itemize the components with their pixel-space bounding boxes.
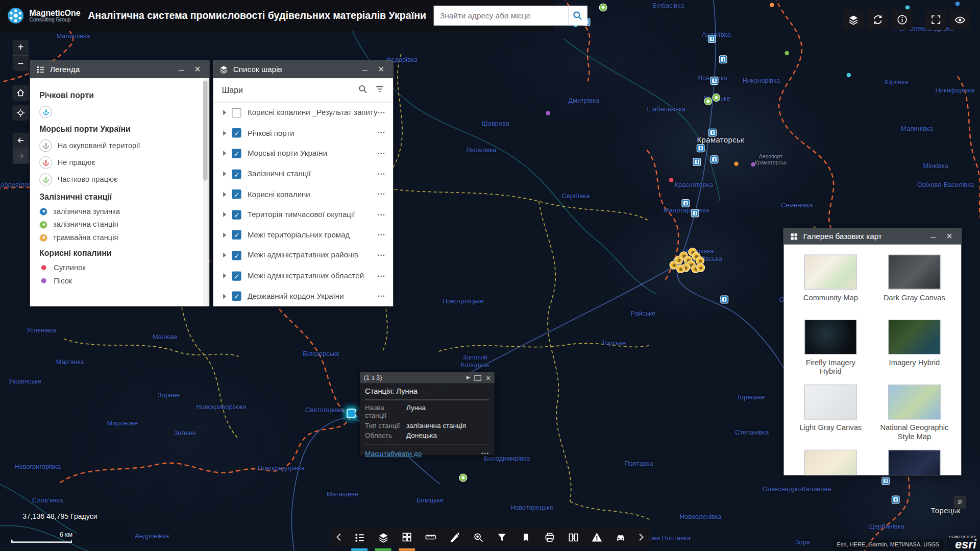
marker-rail-stop[interactable]: [708, 35, 716, 43]
zoom-out-button[interactable]: −: [12, 56, 29, 71]
popup-next-icon[interactable]: ▶: [467, 375, 471, 380]
next-extent-button[interactable]: [12, 148, 29, 164]
marker-cluster[interactable]: [696, 263, 705, 272]
layer-checkbox-3[interactable]: [232, 169, 241, 178]
layer-options-icon[interactable]: •••: [378, 232, 386, 238]
basemap-thumbnail[interactable]: [888, 254, 941, 290]
marker-dot-purple[interactable]: [751, 162, 755, 167]
layer-options-icon[interactable]: •••: [378, 110, 386, 115]
layer-checkbox-6[interactable]: [232, 230, 241, 239]
layer-checkbox-2[interactable]: [232, 149, 241, 158]
expand-caret-icon[interactable]: [223, 273, 226, 278]
layer-checkbox-1[interactable]: [232, 128, 241, 137]
marker-rail-station[interactable]: [599, 4, 607, 12]
toolbar-directions-button[interactable]: [609, 527, 633, 547]
marker-dot-orange[interactable]: [734, 162, 739, 166]
expand-caret-icon[interactable]: [223, 110, 226, 115]
marker-rail-stop[interactable]: [881, 477, 890, 485]
basemap-item[interactable]: National Geographic Style Map: [872, 385, 956, 442]
layer-checkbox-5[interactable]: [232, 210, 241, 219]
layer-options-icon[interactable]: •••: [378, 253, 386, 258]
layer-options-icon[interactable]: •••: [378, 151, 386, 156]
layer-checkbox-9[interactable]: [232, 292, 241, 301]
layer-row[interactable]: Морські порти України •••: [213, 143, 394, 164]
layer-checkbox-0[interactable]: [232, 108, 241, 117]
layer-options-icon[interactable]: •••: [378, 130, 386, 136]
layer-options-icon[interactable]: •••: [378, 191, 386, 197]
locate-button[interactable]: [12, 105, 29, 121]
visibility-button[interactable]: [949, 9, 971, 30]
layer-checkbox-4[interactable]: [232, 189, 241, 199]
layer-row[interactable]: Річкові порти •••: [213, 123, 394, 143]
marker-rail-stop[interactable]: [710, 155, 719, 163]
basemap-close-button[interactable]: ×: [944, 231, 955, 242]
legend-scrollbar-thumb[interactable]: [203, 81, 208, 181]
layer-row[interactable]: Межі територіальних громад •••: [213, 225, 394, 245]
search-input[interactable]: [434, 6, 568, 25]
expand-caret-icon[interactable]: [223, 131, 226, 136]
basemap-item[interactable]: Streets (Night): [872, 449, 956, 475]
basemap-thumbnail[interactable]: [888, 385, 941, 420]
layer-search-icon[interactable]: [358, 84, 368, 96]
layer-options-icon[interactable]: •••: [378, 293, 386, 299]
popup-close-icon[interactable]: ×: [486, 374, 491, 382]
toolbar-draw-button[interactable]: [443, 527, 467, 547]
toolbar-report-button[interactable]: [585, 527, 609, 547]
toolbar-bookmark-button[interactable]: [514, 527, 538, 547]
attribution-toggle-button[interactable]: [954, 496, 966, 508]
fullscreen-button[interactable]: [925, 9, 946, 30]
marker-rail-station[interactable]: [712, 93, 720, 102]
expand-caret-icon[interactable]: [223, 172, 226, 177]
marker-dot-purple[interactable]: [546, 111, 551, 115]
basemap-item[interactable]: OpenStreetMap: [789, 449, 872, 475]
legend-minimize-button[interactable]: –: [176, 65, 187, 74]
layer-options-icon[interactable]: •••: [378, 273, 386, 279]
marker-rail-stop[interactable]: [681, 199, 690, 207]
basemap-thumbnail[interactable]: [804, 320, 857, 355]
toolbar-measure-button[interactable]: [419, 527, 443, 547]
popup-options-icon[interactable]: •••: [481, 450, 489, 456]
layer-row[interactable]: Залізничні станції •••: [213, 164, 394, 184]
toolbar-print-button[interactable]: [537, 527, 561, 547]
info-button[interactable]: [891, 9, 913, 30]
marker-rail-stop[interactable]: [697, 144, 705, 152]
expand-caret-icon[interactable]: [223, 294, 226, 299]
basemap-minimize-button[interactable]: –: [927, 232, 939, 241]
basemap-item[interactable]: Light Gray Canvas: [789, 385, 872, 442]
previous-extent-button[interactable]: [12, 133, 29, 149]
layer-checkbox-7[interactable]: [232, 251, 241, 260]
layer-options-icon[interactable]: •••: [378, 171, 386, 177]
marker-dot-green[interactable]: [785, 51, 789, 56]
layer-row[interactable]: Корисні копалини •••: [213, 184, 394, 204]
basemap-item[interactable]: Dark Gray Canvas: [872, 254, 956, 312]
marker-rail-station[interactable]: [704, 97, 712, 105]
legend-close-button[interactable]: ×: [192, 64, 203, 75]
zoom-in-button[interactable]: +: [12, 40, 29, 56]
expand-caret-icon[interactable]: [223, 232, 226, 237]
toolbar-filter-button[interactable]: [490, 527, 514, 547]
layer-row[interactable]: Межі адміністративних областей •••: [213, 266, 394, 286]
layer-row[interactable]: Територія тимчасової окупації •••: [213, 204, 394, 225]
home-button[interactable]: [12, 85, 29, 101]
layer-list-close-button[interactable]: ×: [376, 64, 387, 75]
marker-dot-cyan[interactable]: [847, 73, 851, 78]
layer-options-icon[interactable]: •••: [378, 212, 386, 218]
layer-row[interactable]: Межі адміністративних районів •••: [213, 245, 394, 266]
basemap-thumbnail[interactable]: [888, 320, 941, 355]
zoom-to-link[interactable]: Масштабувати до: [365, 449, 481, 457]
basemap-thumbnail[interactable]: [804, 449, 857, 475]
marker-rail-stop[interactable]: [693, 158, 701, 166]
marker-cluster[interactable]: [676, 265, 685, 273]
layer-checkbox-8[interactable]: [232, 271, 241, 280]
marker-dot-blue[interactable]: [955, 2, 960, 6]
marker-rail-stop[interactable]: [892, 495, 900, 504]
basemap-thumbnail[interactable]: [804, 254, 857, 290]
marker-rail-stop[interactable]: [720, 296, 728, 304]
popup-dock-icon[interactable]: [475, 375, 481, 380]
layer-list-header[interactable]: Список шарів – ×: [213, 61, 394, 78]
basemap-item[interactable]: Firefly Imagery Hybrid: [789, 320, 872, 377]
search-button[interactable]: [568, 6, 587, 25]
expand-caret-icon[interactable]: [223, 151, 226, 156]
marker-rail-stop[interactable]: [719, 55, 727, 63]
basemap-item[interactable]: Community Map: [789, 254, 872, 312]
